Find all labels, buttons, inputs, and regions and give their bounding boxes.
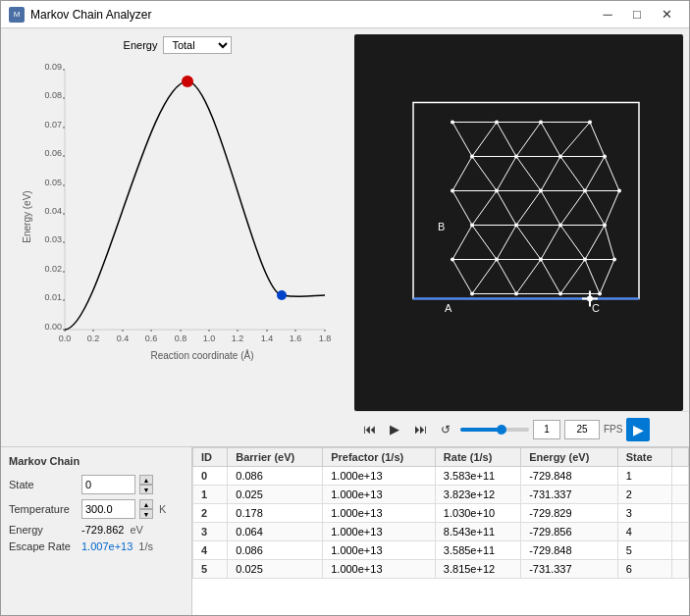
title-bar: M Markov Chain Analyzer ─ □ ✕ [1, 1, 689, 28]
temperature-unit: K [159, 503, 166, 515]
reset-button[interactable]: ↺ [435, 419, 456, 440]
bottom-section: Markov Chain State 0 ▲ ▼ Temperature ▲ ▼ [1, 446, 689, 615]
cell-barrier: 0.086 [228, 541, 323, 560]
svg-text:0.6: 0.6 [145, 334, 158, 343]
data-table-panel: ID Barrier (eV) Prefactor (1/s) Rate (1/… [192, 447, 689, 615]
svg-point-140 [514, 292, 518, 296]
svg-line-105 [497, 260, 516, 294]
temp-up-button[interactable]: ▲ [139, 499, 153, 509]
cell-prefactor: 1.000e+13 [323, 504, 436, 523]
app-icon: M [9, 7, 25, 23]
cell-rate: 3.815e+12 [435, 560, 520, 579]
svg-point-121 [603, 155, 607, 159]
fps-input[interactable]: 25 [564, 420, 600, 439]
table-body: 0 0.086 1.000e+13 3.583e+11 -729.848 1 1… [193, 467, 689, 579]
frame-input[interactable]: 1 [533, 420, 560, 439]
col-header-prefactor: Prefactor (1/s) [323, 448, 436, 467]
svg-line-86 [585, 191, 605, 226]
table-row: 2 0.178 1.000e+13 1.030e+10 -729.829 3 [193, 504, 689, 523]
cell-id: 3 [193, 523, 228, 541]
svg-text:C: C [592, 302, 600, 314]
energy-dropdown[interactable]: Total Kinetic Potential [163, 36, 232, 54]
svg-text:0.2: 0.2 [87, 334, 100, 343]
state-down-button[interactable]: ▼ [139, 485, 153, 494]
cell-energy: -731.337 [521, 486, 617, 504]
cell-scroll-spacer [672, 504, 689, 523]
markov-panel-title: Markov Chain [9, 455, 184, 467]
svg-point-124 [539, 189, 543, 193]
svg-point-122 [451, 189, 454, 193]
svg-point-132 [495, 258, 499, 262]
svg-text:0.4: 0.4 [117, 334, 130, 343]
skip-start-button[interactable]: ⏮ [358, 419, 380, 440]
energy-selector-label: Energy [124, 39, 158, 51]
temperature-input[interactable] [81, 499, 135, 519]
svg-point-115 [495, 121, 499, 125]
progress-slider[interactable] [460, 428, 529, 432]
svg-point-134 [583, 258, 587, 262]
svg-text:1.6: 1.6 [290, 334, 302, 343]
temperature-label: Temperature [9, 503, 78, 515]
svg-point-125 [583, 189, 587, 193]
svg-text:Energy (eV): Energy (eV) [22, 190, 32, 242]
cell-barrier: 0.178 [228, 504, 323, 523]
svg-text:Reaction coordinate (Å): Reaction coordinate (Å) [150, 349, 253, 361]
temp-down-button[interactable]: ▼ [139, 509, 153, 519]
escape-value: 1.007e+13 [81, 540, 133, 552]
temperature-row: Temperature ▲ ▼ K [9, 499, 184, 519]
skip-end-button[interactable]: ⏭ [409, 419, 431, 440]
play-button[interactable]: ▶ [384, 419, 405, 440]
svg-line-104 [472, 260, 497, 294]
minimize-button[interactable]: ─ [593, 3, 622, 26]
energy-unit: eV [130, 524, 142, 536]
cell-barrier: 0.025 [228, 486, 323, 504]
col-header-rate: Rate (1/s) [435, 448, 520, 467]
cell-prefactor: 1.000e+13 [323, 541, 436, 560]
svg-point-120 [558, 155, 562, 159]
svg-line-97 [585, 226, 605, 260]
cell-rate: 3.583e+11 [435, 467, 520, 486]
svg-line-82 [497, 191, 516, 226]
svg-point-127 [470, 224, 474, 228]
state-up-button[interactable]: ▲ [139, 475, 153, 485]
cell-scroll-spacer [672, 523, 689, 541]
maximize-button[interactable]: □ [622, 3, 652, 26]
cell-id: 4 [193, 541, 228, 560]
cell-energy: -729.848 [521, 541, 617, 560]
fps-label: FPS [604, 424, 622, 435]
svg-line-95 [541, 226, 560, 260]
svg-line-81 [472, 191, 497, 226]
cell-state: 1 [617, 467, 671, 486]
svg-text:0.01: 0.01 [44, 292, 62, 302]
svg-line-64 [590, 123, 605, 157]
svg-point-126 [617, 189, 621, 193]
svg-point-128 [514, 224, 518, 228]
cell-rate: 1.030e+10 [435, 504, 520, 523]
svg-text:0.8: 0.8 [175, 334, 187, 343]
state-input[interactable]: 0 [81, 475, 135, 494]
svg-point-130 [603, 224, 607, 228]
svg-point-131 [451, 258, 454, 262]
top-section: Energy Total Kinetic Potential Energy (e… [1, 28, 689, 411]
escape-unit: 1/s [138, 540, 153, 552]
viz-panel: A B C [354, 34, 683, 411]
svg-text:0.03: 0.03 [44, 234, 62, 244]
svg-line-68 [452, 157, 472, 191]
forward-button[interactable]: ▶ [626, 418, 650, 441]
cell-state: 2 [617, 486, 671, 504]
cell-energy: -729.856 [521, 523, 617, 541]
svg-line-87 [605, 191, 619, 226]
col-header-barrier: Barrier (eV) [228, 448, 323, 467]
energy-row: Energy -729.862 eV [9, 524, 184, 536]
svg-line-110 [600, 260, 614, 294]
cell-barrier: 0.025 [228, 560, 323, 579]
svg-line-98 [605, 226, 614, 260]
cell-scroll-spacer [672, 486, 689, 504]
close-button[interactable]: ✕ [652, 3, 681, 26]
cell-state: 5 [617, 541, 671, 560]
svg-text:1.0: 1.0 [203, 334, 216, 343]
svg-text:0.09: 0.09 [44, 62, 62, 72]
svg-line-61 [516, 123, 541, 157]
cell-energy: -729.848 [521, 467, 617, 486]
cell-energy: -729.829 [521, 504, 617, 523]
